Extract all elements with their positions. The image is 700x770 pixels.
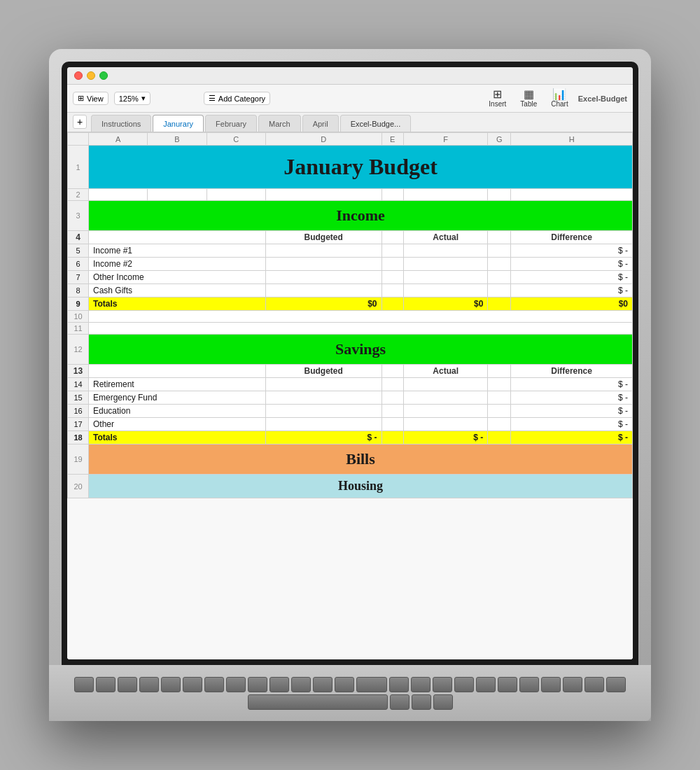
key[interactable] bbox=[291, 677, 311, 692]
empty-cell-11[interactable] bbox=[89, 323, 633, 335]
income-2-actual[interactable] bbox=[403, 258, 487, 271]
cell-2a[interactable] bbox=[89, 189, 148, 201]
other-income-label[interactable]: Other Income bbox=[89, 271, 266, 284]
cell-2d[interactable] bbox=[265, 189, 382, 201]
retirement-label[interactable]: Retirement bbox=[89, 378, 266, 391]
cell-2h[interactable] bbox=[511, 189, 633, 201]
income-1-budgeted[interactable] bbox=[265, 244, 382, 258]
bills-header-cell[interactable]: Bills bbox=[89, 444, 633, 475]
emergency-fund-spacer2[interactable] bbox=[488, 391, 511, 405]
savings-totals-label[interactable]: Totals bbox=[89, 431, 266, 444]
key[interactable] bbox=[96, 677, 115, 692]
cell-2e[interactable] bbox=[382, 189, 403, 201]
col-e[interactable]: E bbox=[382, 133, 403, 146]
spacebar-key[interactable] bbox=[248, 694, 388, 710]
income-col-actual[interactable]: Actual bbox=[403, 231, 487, 244]
education-budgeted[interactable] bbox=[265, 405, 382, 418]
tab-january[interactable]: Janurary bbox=[153, 115, 204, 132]
key[interactable] bbox=[118, 677, 137, 692]
col-c[interactable]: C bbox=[206, 133, 265, 146]
savings-col-actual[interactable]: Actual bbox=[403, 365, 487, 378]
education-spacer2[interactable] bbox=[488, 405, 511, 418]
income-2-spacer2[interactable] bbox=[488, 258, 511, 271]
savings-totals-actual[interactable]: $ - bbox=[403, 431, 487, 444]
other-income-budgeted[interactable] bbox=[265, 271, 382, 284]
income-1-spacer[interactable] bbox=[382, 244, 403, 258]
tab-instructions[interactable]: Instructions bbox=[91, 115, 151, 132]
retirement-spacer2[interactable] bbox=[488, 378, 511, 391]
other-savings-label[interactable]: Other bbox=[89, 418, 266, 431]
key[interactable] bbox=[74, 677, 94, 692]
savings-col-spacer3[interactable] bbox=[488, 365, 511, 378]
other-income-actual[interactable] bbox=[403, 271, 487, 284]
key[interactable] bbox=[183, 677, 202, 692]
income-col-spacer[interactable] bbox=[89, 231, 266, 244]
tab-march[interactable]: March bbox=[258, 115, 301, 132]
chart-button[interactable]: 📊 Chart bbox=[547, 88, 572, 109]
income-2-difference[interactable]: $ - bbox=[511, 258, 633, 271]
other-income-spacer2[interactable] bbox=[488, 271, 511, 284]
tab-excel-budget[interactable]: Excel-Budge... bbox=[340, 115, 412, 132]
income-totals-actual[interactable]: $0 bbox=[403, 298, 487, 311]
other-savings-actual[interactable] bbox=[403, 418, 487, 431]
col-f[interactable]: F bbox=[403, 133, 487, 146]
savings-col-difference[interactable]: Difference bbox=[511, 365, 633, 378]
add-sheet-button[interactable]: + bbox=[73, 115, 87, 129]
income-totals-budgeted[interactable]: $0 bbox=[265, 298, 382, 311]
key[interactable] bbox=[433, 694, 453, 710]
key[interactable] bbox=[204, 677, 224, 692]
income-col-difference[interactable]: Difference bbox=[511, 231, 633, 244]
income-1-difference[interactable]: $ - bbox=[511, 244, 633, 258]
cell-2b[interactable] bbox=[148, 189, 206, 201]
retirement-spacer[interactable] bbox=[382, 378, 403, 391]
savings-totals-difference[interactable]: $ - bbox=[511, 431, 633, 444]
income-header-cell[interactable]: Income bbox=[89, 201, 633, 231]
savings-col-spacer[interactable] bbox=[89, 365, 266, 378]
key[interactable] bbox=[390, 694, 410, 710]
emergency-fund-spacer[interactable] bbox=[382, 391, 403, 405]
income-1-spacer2[interactable] bbox=[488, 244, 511, 258]
emergency-fund-actual[interactable] bbox=[403, 391, 487, 405]
cell-2g[interactable] bbox=[488, 189, 511, 201]
maximize-button[interactable] bbox=[99, 71, 108, 80]
cell-2f[interactable] bbox=[403, 189, 487, 201]
cash-gifts-spacer[interactable] bbox=[382, 284, 403, 298]
education-actual[interactable] bbox=[403, 405, 487, 418]
key[interactable] bbox=[270, 677, 289, 692]
income-2-label[interactable]: Income #2 bbox=[89, 258, 266, 271]
key[interactable] bbox=[226, 677, 246, 692]
key[interactable] bbox=[161, 677, 181, 692]
cash-gifts-budgeted[interactable] bbox=[265, 284, 382, 298]
other-savings-spacer[interactable] bbox=[382, 418, 403, 431]
key[interactable] bbox=[476, 677, 496, 692]
add-category-group[interactable]: ☰ Add Category bbox=[204, 92, 270, 105]
zoom-group[interactable]: 125% ▾ bbox=[114, 92, 150, 105]
income-col-spacer2[interactable] bbox=[382, 231, 403, 244]
income-2-spacer[interactable] bbox=[382, 258, 403, 271]
emergency-fund-difference[interactable]: $ - bbox=[511, 391, 633, 405]
income-totals-spacer2[interactable] bbox=[488, 298, 511, 311]
savings-header-cell[interactable]: Savings bbox=[89, 335, 633, 365]
other-savings-difference[interactable]: $ - bbox=[511, 418, 633, 431]
education-difference[interactable]: $ - bbox=[511, 405, 633, 418]
minimize-button[interactable] bbox=[87, 71, 95, 80]
tab-february[interactable]: February bbox=[205, 115, 257, 132]
cash-gifts-actual[interactable] bbox=[403, 284, 487, 298]
key[interactable] bbox=[313, 677, 332, 692]
income-1-label[interactable]: Income #1 bbox=[89, 244, 266, 258]
savings-totals-budgeted[interactable]: $ - bbox=[265, 431, 382, 444]
income-2-budgeted[interactable] bbox=[265, 258, 382, 271]
close-button[interactable] bbox=[74, 71, 83, 80]
key[interactable] bbox=[563, 677, 582, 692]
retirement-difference[interactable]: $ - bbox=[511, 378, 633, 391]
cash-gifts-difference[interactable]: $ - bbox=[511, 284, 633, 298]
education-spacer[interactable] bbox=[382, 405, 403, 418]
savings-totals-spacer2[interactable] bbox=[488, 431, 511, 444]
col-g[interactable]: G bbox=[488, 133, 511, 146]
emergency-fund-budgeted[interactable] bbox=[265, 391, 382, 405]
other-savings-budgeted[interactable] bbox=[265, 418, 382, 431]
key[interactable] bbox=[584, 677, 604, 692]
cash-gifts-spacer2[interactable] bbox=[488, 284, 511, 298]
housing-cell[interactable]: Housing bbox=[89, 475, 633, 498]
empty-cell-10[interactable] bbox=[89, 311, 633, 323]
